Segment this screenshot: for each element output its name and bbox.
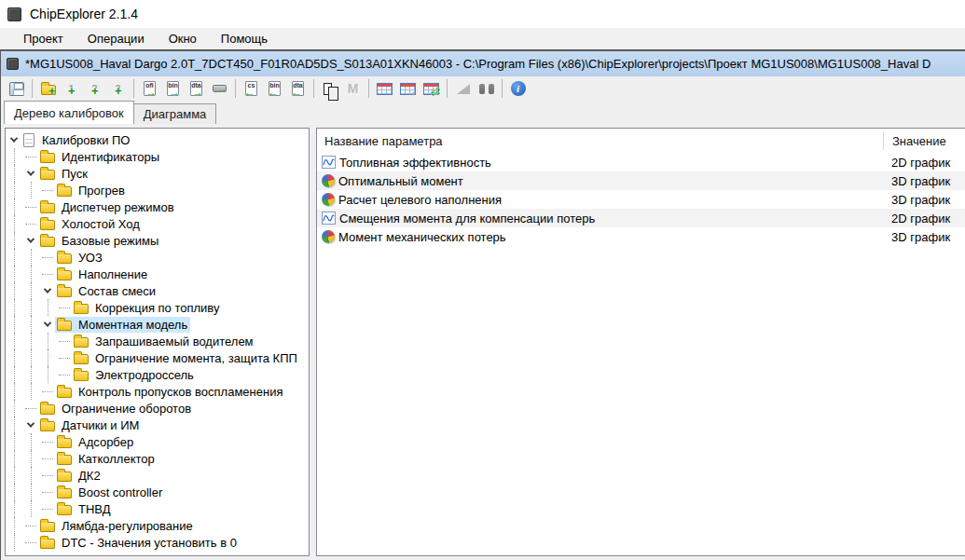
tree-item[interactable]: ДК2 (6, 467, 309, 484)
column-header-name[interactable]: Название параметра (324, 134, 883, 148)
export-bin-button[interactable]: bin→ (161, 78, 185, 100)
export-ofi-button[interactable]: ofi→ (138, 78, 161, 100)
tree-item[interactable]: Датчики и ИМ (6, 417, 309, 433)
menu-item-2[interactable]: Операции (76, 30, 157, 48)
tree-item[interactable]: Электродроссель (6, 366, 309, 383)
import-bin-button[interactable]: bin← (263, 78, 286, 100)
folder-icon (40, 203, 55, 213)
tree-item-body: Адсорбер (55, 434, 136, 450)
tree-item-body: Катколлектор (55, 451, 158, 467)
parameter-value: 3D график (883, 193, 965, 207)
folder-icon (40, 539, 55, 549)
table-row[interactable]: Момент механических потерь3D график (317, 227, 965, 246)
tree-item-body: Идентификаторы (38, 149, 162, 165)
tree-connector (39, 249, 55, 266)
column-header-value[interactable]: Значение (883, 131, 965, 150)
tree-item[interactable]: Калибровки ПО (6, 131, 309, 148)
tree-item[interactable]: Ограничение момента, защита КПП (6, 349, 309, 366)
tree-item[interactable]: ТНВД (6, 500, 309, 517)
chevron-down-icon[interactable] (39, 316, 55, 333)
tree-item[interactable]: Прогрев (6, 182, 309, 198)
tab-calibration-tree[interactable]: Дерево калибровок (4, 101, 134, 124)
chart-3d-icon (322, 174, 335, 187)
compare-windows-button[interactable] (318, 78, 341, 100)
tree-connector (39, 383, 55, 400)
tree-item-body: ТНВД (55, 501, 114, 517)
tree-item[interactable]: Коррекция по топливу (6, 299, 309, 316)
table-row[interactable]: Смещения момента для компенсации потерь2… (317, 209, 965, 227)
table-sync-button[interactable]: ⇄ (420, 78, 443, 100)
tree-connector (56, 366, 72, 383)
tree-item[interactable]: Запрашиваемый водителем (6, 333, 309, 349)
chevron-down-icon[interactable] (6, 131, 21, 148)
table-row[interactable]: Топливная эффективность2D график (317, 153, 965, 171)
tree-item[interactable]: Катколлектор (6, 450, 309, 467)
tree-item[interactable]: Наполнение (6, 266, 309, 282)
tree-item-body: Датчики и ИМ (38, 417, 142, 433)
bin-file-import-icon: bin← (269, 81, 281, 96)
tree-guide-line (6, 433, 15, 450)
add-folder-button[interactable]: + (36, 78, 60, 100)
chevron-down-icon[interactable] (22, 417, 38, 433)
tree-connector (56, 333, 72, 349)
tree-item[interactable]: Моментная модель (6, 316, 309, 333)
add-calibration-1-button[interactable]: 1+ (60, 78, 83, 100)
add-calibration-2-button[interactable]: 2+ (83, 78, 106, 100)
tree-item[interactable]: УОЗ (6, 249, 309, 266)
tree-item-label: Ограничение оборотов (59, 401, 194, 417)
parameter-name: Смещения момента для компенсации потерь (339, 212, 595, 225)
tree-item[interactable]: DTC - Значения установить в 0 (6, 534, 309, 551)
tree-item[interactable]: Ограничение оборотов (6, 400, 309, 417)
tree-item[interactable]: Холостой Ход (6, 215, 309, 232)
parameter-name: Момент механических потерь (338, 230, 506, 244)
tree-item-body: Диспетчер режимов (38, 199, 177, 215)
save-button[interactable] (5, 78, 28, 100)
chevron-down-icon[interactable] (22, 165, 38, 182)
tree-item[interactable]: Boost controller (6, 484, 309, 500)
toolbar-separator (502, 79, 503, 98)
table-row[interactable]: Расчет целевого наполнения3D график (317, 190, 965, 209)
tree-item[interactable]: Пуск (6, 165, 309, 182)
two-plus-icon: 2+ (91, 83, 97, 94)
tree-item[interactable]: Диспетчер режимов (6, 198, 309, 215)
import-cs-button[interactable]: cs← (240, 78, 263, 100)
tree-item-label: УОЗ (76, 250, 105, 266)
export-dta-button[interactable]: dta→ (185, 78, 208, 100)
parameter-value: 2D график (883, 156, 965, 170)
table-row[interactable]: Оптимальный момент3D график (317, 171, 965, 190)
tree-item[interactable]: Идентификаторы (6, 148, 309, 165)
add-calibration-3-button[interactable]: 3+ (106, 78, 130, 100)
info-button[interactable]: i (506, 78, 530, 100)
table-export-button[interactable]: → (396, 78, 420, 100)
tree-item-label: Коррекция по топливу (92, 300, 222, 316)
import-dta-button[interactable]: dta← (286, 78, 310, 100)
tree-item-label: Идентификаторы (59, 149, 162, 165)
tree-guide-line (6, 182, 15, 198)
tree-connector (22, 400, 38, 417)
chevron-down-icon[interactable] (22, 232, 38, 249)
folder-icon (57, 270, 72, 280)
tree-guide-line (6, 349, 15, 366)
tree-item-body: Моментная модель (55, 317, 190, 333)
three-plus-icon: 3+ (115, 83, 120, 94)
chevron-down-icon[interactable] (39, 282, 55, 299)
table-view-button[interactable] (373, 78, 396, 100)
tree-connector (39, 433, 55, 450)
menu-item-3[interactable]: Окно (157, 30, 209, 48)
tree-item[interactable]: Контроль пропусков воспламенения (6, 383, 309, 400)
menu-item-4[interactable]: Помощь (209, 30, 280, 48)
parameter-name-cell: Момент механических потерь (322, 230, 883, 244)
tree-item[interactable]: Лямбда-регулирование (6, 517, 309, 534)
floppy-disk-icon (9, 82, 24, 96)
tree-item[interactable]: Базовые режимы (6, 232, 309, 249)
menu-item-1[interactable]: Проект (11, 30, 76, 48)
search-button[interactable] (475, 78, 498, 100)
arrow-icon: ⇄ (431, 86, 440, 97)
tree-item-label: ТНВД (76, 501, 114, 517)
tree-item[interactable]: Состав смеси (6, 282, 309, 299)
toolbar-separator (447, 79, 448, 98)
folder-icon (40, 404, 55, 415)
tab-diagram[interactable]: Диаграмма (133, 103, 217, 124)
export-device-button[interactable]: → (208, 78, 231, 100)
tree-item[interactable]: Адсорбер (6, 433, 309, 450)
